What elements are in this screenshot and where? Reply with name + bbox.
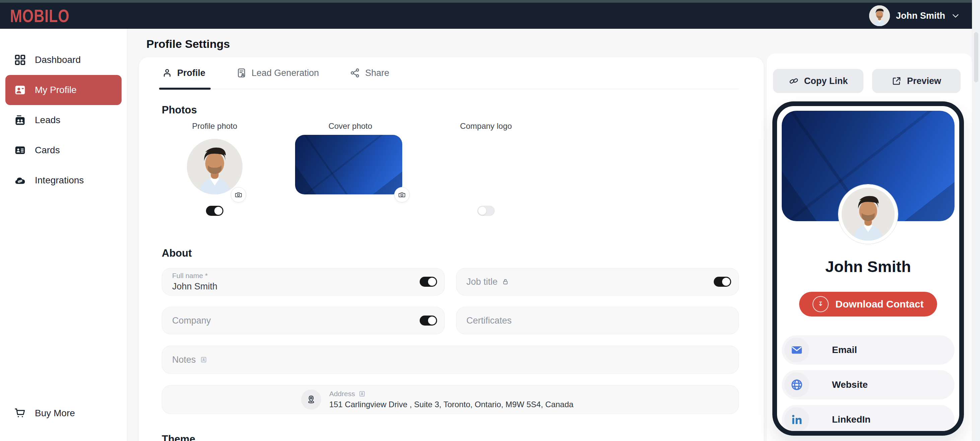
external-link-icon [892,76,902,86]
vcard-icon [200,356,207,363]
job-title-field[interactable]: Job title [456,268,739,295]
preview-avatar [838,184,898,244]
tab-label: Share [365,68,389,78]
cover-photo-upload-button[interactable] [394,187,410,202]
profile-photo-image[interactable] [187,139,242,194]
profile-badge-icon [14,84,26,96]
company-logo-label: Company logo [452,121,519,131]
preview-link-label: Website [832,379,868,390]
company-toggle[interactable] [420,316,437,325]
notes-placeholder: Notes [172,355,196,365]
location-pin-icon [301,389,321,409]
tab-bar: Profile Lead Generation Share [162,57,739,89]
lock-icon [502,278,509,286]
address-label: Address [329,390,355,398]
tab-share[interactable]: Share [350,57,389,89]
camera-icon [398,191,406,199]
download-contact-button[interactable]: Download Contact [799,292,937,317]
mobilo-logo: MOBILO [10,5,70,26]
photos-heading: Photos [162,104,739,116]
tab-lead-generation[interactable]: Lead Generation [236,57,319,89]
page-scrollbar[interactable] [972,0,980,441]
scrollbar-thumb[interactable] [974,32,978,82]
sidebar-item-label: Integrations [35,175,84,186]
job-title-toggle[interactable] [714,277,731,287]
sidebar-item-integrations[interactable]: Integrations [0,165,127,195]
id-card-icon [14,144,26,156]
tab-label: Profile [177,68,205,78]
window-top-strip [0,0,980,3]
company-field[interactable]: Company [162,307,445,334]
share-nodes-icon [350,68,360,78]
job-title-label: Job title [466,277,498,287]
full-name-value: John Smith [172,281,412,292]
sidebar-item-label: My Profile [35,85,76,95]
full-name-label: Full name * [172,272,412,280]
cloud-link-icon [14,174,26,186]
about-fields: Full name * John Smith Job title Company… [162,268,739,414]
copy-link-button[interactable]: Copy Link [773,69,864,93]
theme-heading: Theme [162,433,739,441]
address-value: 151 Carlingview Drive , Suite 3, Toronto… [329,400,573,409]
company-placeholder: Company [172,316,412,326]
user-name: John Smith [896,11,945,21]
tab-label: Lead Generation [251,68,319,78]
camera-icon [234,191,242,199]
preview-label: Preview [907,76,941,86]
sidebar-item-leads[interactable]: Leads [0,105,127,135]
sidebar-item-cards[interactable]: Cards [0,135,127,165]
form-icon [236,68,247,78]
user-avatar[interactable] [869,5,890,26]
leads-book-icon [14,114,26,126]
linkedin-icon [784,407,809,432]
download-icon [813,296,829,312]
envelope-icon [784,338,809,362]
certificates-placeholder: Certificates [466,316,707,326]
preview-button[interactable]: Preview [872,69,961,93]
preview-name: John Smith [782,257,955,276]
full-name-toggle[interactable] [420,277,437,287]
preview-link-website[interactable]: Website [782,370,955,400]
top-navbar: MOBILO John Smith [0,3,980,29]
chevron-down-icon[interactable] [951,11,960,20]
profile-settings-card: Profile Lead Generation Share Photos Pro… [139,57,764,441]
cover-photo-image[interactable] [295,135,402,194]
photos-section: Profile photo Cover photo Company logo [162,121,739,232]
profile-photo-label: Profile photo [181,121,248,131]
person-icon [162,68,172,78]
grid-icon [14,54,26,66]
sidebar-item-label: Buy More [35,408,75,419]
link-icon [789,76,799,86]
copy-link-label: Copy Link [804,76,848,86]
sidebar-item-label: Leads [35,115,60,125]
sidebar-item-dashboard[interactable]: Dashboard [0,45,127,75]
preview-link-linkedin[interactable]: LinkedIn [782,405,955,434]
globe-icon [784,373,809,397]
page-title: Profile Settings [146,38,230,51]
sidebar-item-my-profile[interactable]: My Profile [5,75,122,105]
cart-icon [14,407,26,419]
user-menu[interactable]: John Smith [869,5,960,26]
sidebar: Dashboard My Profile Leads [0,29,127,441]
tab-profile[interactable]: Profile [162,57,205,89]
preview-link-label: LinkedIn [832,414,870,425]
profile-photo-toggle[interactable] [206,206,223,216]
about-heading: About [162,247,739,259]
preview-panel: Copy Link Preview John Smith [767,54,972,441]
preview-link-label: Email [832,345,857,355]
address-field[interactable]: Address 151 Carlingview Drive , Suite 3,… [162,385,739,414]
vcard-icon [358,390,366,398]
profile-photo-upload-button[interactable] [231,187,246,202]
notes-field[interactable]: Notes [162,346,739,374]
download-contact-label: Download Contact [835,298,923,310]
preview-link-email[interactable]: Email [782,335,955,365]
sidebar-item-buy-more[interactable]: Buy More [0,398,127,428]
certificates-field[interactable]: Certificates [456,307,739,334]
phone-preview: John Smith Download Contact [772,102,964,436]
sidebar-item-label: Cards [35,145,60,155]
sidebar-item-label: Dashboard [35,54,81,65]
cover-photo-label: Cover photo [317,121,384,131]
full-name-field[interactable]: Full name * John Smith [162,268,445,295]
company-logo-toggle[interactable] [477,206,495,216]
